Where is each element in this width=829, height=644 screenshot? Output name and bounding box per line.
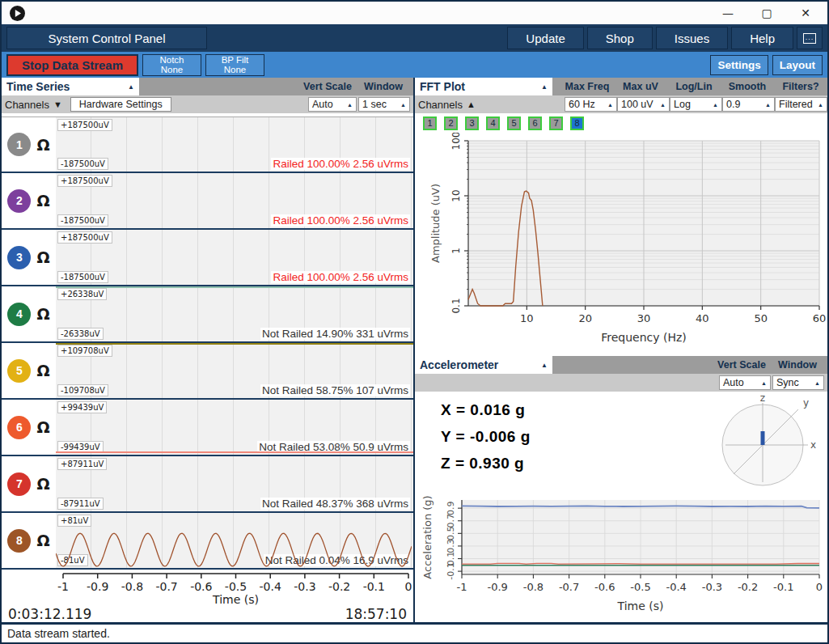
svg-text:-0.3: -0.3	[294, 580, 315, 593]
channel-vmin-label: -187500uV	[57, 158, 108, 170]
channel-label-area: 1 Ω	[2, 117, 56, 172]
impedance-button[interactable]: Ω	[36, 475, 49, 493]
fft-channel-5-button[interactable]: 5	[507, 117, 521, 130]
filters-dropdown[interactable]: Filtered▲	[775, 97, 827, 112]
log-lin-dropdown[interactable]: Log▲	[670, 97, 722, 112]
maximize-button[interactable]: ▢	[759, 6, 774, 19]
fft-channel-8-button[interactable]: 8	[570, 117, 584, 130]
channel-toggle-button[interactable]: 2	[7, 189, 31, 213]
time-series-widget-dropdown[interactable]: Time Series ▲	[2, 78, 139, 95]
update-button[interactable]: Update	[507, 27, 583, 49]
settings-button[interactable]: Settings	[710, 55, 768, 75]
channel-vmax-label: +187500uV	[57, 119, 112, 131]
channel-row: 3 Ω +187500uV -187500uV Railed 100.00% 2…	[2, 230, 413, 286]
stop-data-stream-button[interactable]: Stop Data Stream	[6, 54, 138, 76]
channel-label-area: 3 Ω	[2, 230, 56, 285]
channel-toggle-button[interactable]: 1	[7, 133, 31, 156]
status-message: Data stream started.	[7, 627, 110, 640]
widget-title: FFT Plot	[420, 80, 465, 93]
close-button[interactable]: ✕	[798, 6, 813, 19]
fft-channel-6-button[interactable]: 6	[528, 117, 542, 130]
svg-text:100: 100	[450, 133, 462, 150]
notch-filter-button[interactable]: Notch None	[142, 54, 201, 76]
channel-toggle-button[interactable]: 4	[7, 303, 31, 326]
main-navbar: System Control Panel Update Shop Issues …	[2, 24, 827, 52]
layout-button[interactable]: Layout	[772, 55, 823, 75]
accelerometer-widget-dropdown[interactable]: Accelerometer ▲	[415, 356, 552, 374]
rail-status-text: Not Railed 58.75% 107 uVrms	[260, 384, 410, 396]
impedance-button[interactable]: Ω	[36, 192, 49, 210]
channel-vmin-label: -26338uV	[57, 328, 104, 340]
impedance-button[interactable]: Ω	[36, 248, 49, 266]
elapsed-time: 0:03:12.119	[8, 606, 91, 622]
svg-text:-0.3: -0.3	[702, 581, 722, 593]
impedance-button[interactable]: Ω	[36, 136, 49, 154]
bandpass-filter-button[interactable]: BP Filt None	[205, 54, 264, 76]
hardware-settings-button[interactable]: Hardware Settings	[70, 97, 171, 112]
fft-channel-4-button[interactable]: 4	[486, 117, 500, 130]
max-freq-dropdown[interactable]: 60 Hz▲	[565, 97, 617, 112]
triangle-down-icon: ▼	[53, 100, 62, 109]
app-window: — ▢ ✕ System Control Panel Update Shop I…	[0, 0, 829, 644]
console-window-icon[interactable]: ...	[797, 27, 823, 49]
impedance-button[interactable]: Ω	[36, 362, 49, 379]
channel-plot: +87911uV -87911uV Not Railed 48.37% 368 …	[56, 456, 413, 511]
svg-text:0.1: 0.1	[450, 298, 462, 313]
svg-text:-0.4: -0.4	[260, 580, 281, 593]
channel-row: 6 Ω +99439uV -99439uV Not Railed 53.08% …	[2, 400, 413, 456]
channel-plot: +81uV -81uV Not Railed 0.04% 16.9 uVrms	[56, 513, 413, 568]
svg-text:-0.9: -0.9	[488, 581, 508, 593]
channel-vmax-label: +99439uV	[57, 401, 107, 413]
channel-toggle-button[interactable]: 8	[7, 529, 31, 553]
svg-text:60: 60	[813, 312, 827, 324]
svg-text:10: 10	[520, 312, 534, 324]
window-dropdown[interactable]: 1 sec▲	[358, 97, 410, 112]
channel-vmax-label: +26338uV	[57, 288, 107, 300]
issues-button[interactable]: Issues	[656, 27, 728, 49]
channel-toggle-button[interactable]: 7	[7, 472, 31, 496]
accel-x-value: X = 0.016 g	[441, 401, 531, 419]
fft-channel-1-button[interactable]: 1	[423, 117, 437, 130]
channel-plot: +109708uV -109708uV Not Railed 58.75% 10…	[56, 343, 413, 398]
window-label: Window	[357, 81, 410, 92]
fft-chart: 0.1110100102030405060Amplitude (uV)Frequ…	[415, 133, 827, 353]
fft-channel-3-button[interactable]: 3	[465, 117, 479, 130]
svg-text:x: x	[810, 439, 816, 451]
chevron-up-icon: ▲	[541, 362, 548, 369]
shop-button[interactable]: Shop	[587, 27, 653, 49]
impedance-button[interactable]: Ω	[36, 532, 49, 549]
fft-channels-button[interactable]: Channels ▲	[418, 99, 476, 111]
max-uv-dropdown[interactable]: 100 uV▲	[617, 97, 670, 112]
channel-toggle-button[interactable]: 6	[7, 416, 31, 439]
help-button[interactable]: Help	[731, 27, 793, 49]
fft-channel-buttons: 12345678	[415, 113, 827, 133]
accel-window-dropdown[interactable]: Sync▲	[772, 375, 824, 390]
chevron-up-icon: ▲	[397, 102, 406, 108]
channels-button[interactable]: Channels ▼	[5, 99, 62, 111]
system-control-panel-button[interactable]: System Control Panel	[6, 27, 207, 49]
widget-title: Time Series	[6, 80, 70, 93]
svg-text:-0.6: -0.6	[190, 580, 212, 593]
vert-scale-dropdown[interactable]: Auto▲	[308, 97, 357, 112]
rail-status-text: Railed 100.00% 2.56 uVrms	[271, 158, 410, 170]
svg-text:-0.2: -0.2	[328, 580, 350, 593]
fft-widget-dropdown[interactable]: FFT Plot ▲	[415, 78, 552, 95]
impedance-button[interactable]: Ω	[36, 418, 49, 436]
impedance-button[interactable]: Ω	[36, 305, 49, 323]
svg-text:Amplitude (uV): Amplitude (uV)	[429, 184, 442, 263]
accel-vert-scale-dropdown[interactable]: Auto▲	[719, 375, 771, 390]
channel-vmin-label: -187500uV	[57, 271, 108, 283]
fft-channel-2-button[interactable]: 2	[444, 117, 458, 130]
triangle-up-icon: ▲	[467, 100, 476, 109]
channel-toggle-button[interactable]: 5	[7, 359, 31, 383]
svg-text:-0.9: -0.9	[87, 580, 108, 593]
minimize-button[interactable]: —	[721, 6, 735, 19]
svg-text:-0.1: -0.1	[773, 581, 793, 593]
channel-vmin-label: -87911uV	[57, 498, 104, 510]
fft-channel-7-button[interactable]: 7	[549, 117, 563, 130]
channel-rows: 1 Ω +187500uV -187500uV Railed 100.00% 2…	[2, 117, 413, 570]
time-series-widget: Time Series ▲ Vert Scale Window Channels…	[2, 78, 415, 622]
stream-toolbar: Stop Data Stream Notch None BP Filt None…	[2, 52, 827, 78]
smooth-dropdown[interactable]: 0.9▲	[722, 97, 775, 112]
channel-toggle-button[interactable]: 3	[7, 246, 31, 269]
